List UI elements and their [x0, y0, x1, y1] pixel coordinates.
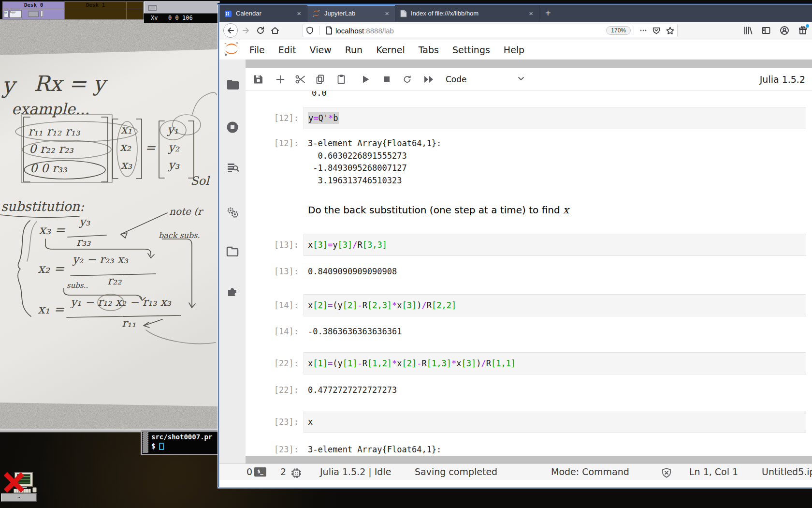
run-all-button[interactable] [423, 75, 435, 84]
code-input[interactable]: x[3]=y[3]/R[3,3] [304, 234, 806, 256]
bookmark-star-icon[interactable] [666, 26, 675, 35]
terminal-window[interactable]: src/shot0007.pr$ [141, 430, 218, 455]
filename[interactable]: Untitled5.ipynb [762, 464, 812, 480]
cut-cells-button[interactable] [295, 74, 306, 84]
paste-cells-button[interactable] [336, 74, 346, 85]
terminal-status-icon[interactable]: $_ [254, 467, 266, 477]
shield-icon[interactable] [305, 26, 314, 35]
pager-mini-window-jupyter[interactable]: Jupyt [9, 10, 22, 18]
copy-cells-button[interactable] [315, 74, 325, 85]
forward-button[interactable] [241, 26, 251, 35]
whats-new-gift-icon[interactable] [798, 26, 808, 35]
restart-kernel-button[interactable] [402, 74, 412, 84]
property-inspector-icon[interactable] [226, 206, 239, 221]
x11-app-icon[interactable]: ~ [2, 471, 39, 502]
kernel-chip-icon[interactable] [291, 467, 302, 484]
menu-file[interactable]: File [243, 45, 272, 55]
cell-type-dropdown[interactable]: Code [446, 68, 467, 90]
code-input[interactable]: x [304, 411, 806, 433]
account-icon[interactable] [780, 26, 789, 35]
pager-mini-window-sliver[interactable] [41, 11, 43, 17]
running-kernels-icon[interactable] [226, 121, 239, 135]
pager-desk-1[interactable]: Desk 1 [65, 2, 127, 19]
handwritten-text: Sol [190, 174, 210, 188]
add-cell-button[interactable] [276, 75, 285, 84]
chevron-down-icon[interactable] [517, 75, 525, 84]
file-browser-icon[interactable] [226, 79, 239, 92]
menu-tabs[interactable]: Tabs [412, 45, 446, 55]
calendar-favicon [224, 10, 232, 17]
menu-help[interactable]: Help [497, 45, 531, 55]
terminals-count[interactable]: 0 [246, 464, 252, 480]
tab-title: Calendar [236, 10, 292, 17]
mode-indicator[interactable]: Mode: Command [551, 464, 629, 480]
jupyterlab-menu-bar: File Edit View Run Kernel Tabs Settings … [219, 40, 812, 60]
code-input[interactable]: y=Q'*b [304, 107, 806, 129]
menu-settings[interactable]: Settings [446, 45, 497, 55]
new-tab-button[interactable]: + [539, 7, 557, 20]
back-button[interactable] [223, 23, 238, 38]
iconify-button[interactable] [148, 5, 157, 11]
terminal-scrollbar[interactable] [143, 432, 148, 453]
pager-mini-window-sh[interactable]: sh [4, 11, 9, 17]
code-input[interactable]: x[1]=(y[1]-R[1,2]*x[2]-R[1,3]*x[3])/R[1,… [304, 352, 806, 374]
kernels-count[interactable]: 2 [280, 464, 286, 480]
jupyter-favicon [312, 9, 320, 17]
stop-button[interactable] [383, 75, 391, 83]
cursor-position[interactable]: Ln 1, Col 1 [689, 464, 738, 480]
desktop-pager[interactable]: Desk 0 sh Jupyt Desk 1 [2, 1, 144, 20]
output-prompt: [12]: [246, 137, 299, 150]
handwritten-text: note (r [169, 206, 204, 217]
screen: yRx = yexample...r₁₁ r₁₂ r₁₃0 r₂₂ r₂₃0 0… [0, 0, 812, 508]
kernel-name[interactable]: Julia 1.5.2 [760, 68, 805, 90]
menu-view[interactable]: View [303, 45, 338, 55]
sidebar-toggle-icon[interactable] [761, 26, 771, 35]
kernel-status[interactable]: Julia 1.5.2 | Idle [320, 464, 391, 480]
save-button[interactable] [253, 74, 263, 84]
library-icon[interactable] [743, 26, 753, 35]
menu-kernel[interactable]: Kernel [369, 45, 412, 55]
page-actions-icon[interactable] [639, 27, 647, 34]
pager-mini-window-gray[interactable] [28, 11, 39, 17]
zoom-level-badge[interactable]: 170% [606, 26, 631, 35]
input-prompt: [13]: [246, 234, 299, 256]
window-border-bottom[interactable] [218, 487, 812, 489]
cell-output: [13]:0.8409090909090908 [246, 266, 806, 278]
tab-jupyterlab[interactable]: JupyterLab × [307, 5, 395, 22]
reload-button[interactable] [256, 26, 265, 35]
output-prompt: [23]: [246, 444, 299, 456]
home-button[interactable] [270, 26, 280, 35]
tab-file-index[interactable]: Index of file:///x/libb/hom × [395, 5, 539, 22]
handwritten-text: example... [12, 100, 89, 118]
pocket-icon[interactable] [652, 26, 661, 35]
code-input[interactable]: x[2]=(y[2]-R[2,3]*x[3])/R[2,2] [304, 294, 806, 316]
icon-label[interactable]: ~ [1, 493, 37, 502]
saving-status: Saving completed [415, 464, 497, 480]
background-window[interactable]: Xv 0 0 106 [144, 1, 220, 23]
tab-close-icon[interactable]: × [384, 9, 390, 17]
run-button[interactable] [362, 75, 370, 84]
dock-bottom-strip[interactable] [246, 456, 812, 463]
output-prompt: [13]: [246, 266, 299, 278]
url-text[interactable]: localhost:8888/lab [335, 27, 394, 35]
extension-manager-icon[interactable] [226, 285, 239, 300]
tab-calendar[interactable]: Calendar × [219, 5, 307, 22]
output-text: 0.8409090909090908 [308, 266, 806, 278]
desk-1-label: Desk 1 [65, 2, 126, 9]
page-info-icon[interactable] [325, 26, 333, 35]
pager-desk-extra[interactable] [127, 2, 143, 19]
url-bar[interactable]: localhost:8888/lab 170% [303, 24, 678, 37]
background-window-titlebar[interactable] [144, 1, 220, 14]
pager-desk-0[interactable]: Desk 0 sh Jupyt [3, 2, 65, 19]
tab-close-icon[interactable]: × [296, 9, 302, 17]
firefox-window: Calendar × JupyterLab × Index of file://… [218, 3, 812, 489]
tab-close-icon[interactable]: × [528, 9, 534, 17]
open-tabs-icon[interactable] [226, 246, 239, 258]
command-palette-icon[interactable] [226, 162, 239, 176]
code-cell: [12]:y=Q'*b [246, 107, 806, 129]
menu-run[interactable]: Run [338, 45, 369, 55]
trust-shield-icon[interactable] [661, 467, 672, 483]
jupyter-logo [223, 41, 240, 59]
markdown-cell[interactable]: Do the back substitution (one step at a … [308, 204, 569, 216]
menu-edit[interactable]: Edit [272, 45, 303, 55]
